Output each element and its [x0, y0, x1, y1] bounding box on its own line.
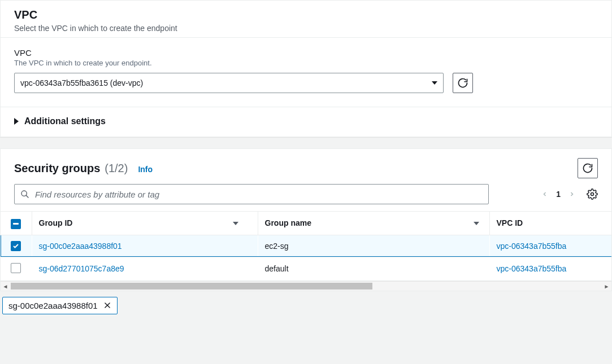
remove-tag-button[interactable] — [103, 301, 111, 309]
search-icon — [20, 190, 29, 199]
sort-icon — [242, 222, 248, 225]
refresh-security-groups-button[interactable] — [578, 158, 598, 178]
vpc-id-link[interactable]: vpc-06343a7b55fba — [497, 264, 567, 273]
selected-sg-tag: sg-00c0e2aaa43988f01 — [2, 297, 118, 314]
vpc-select-value: vpc-06343a7b55fba3615 (dev-vpc) — [20, 78, 143, 87]
security-groups-section: Security groups (1/2) Info 1 — [0, 148, 612, 291]
scroll-left-button[interactable]: ◄ — [1, 282, 10, 291]
group-name-text: ec2-sg — [265, 242, 289, 251]
security-groups-search[interactable] — [14, 184, 489, 204]
info-link[interactable]: Info — [138, 165, 153, 174]
sort-icon — [474, 222, 479, 225]
pagination: 1 — [541, 190, 575, 199]
vpc-section-title: VPC — [14, 8, 598, 21]
column-header-vpc-id[interactable]: VPC ID — [489, 212, 611, 235]
column-header-group-id[interactable]: Group ID — [32, 212, 258, 235]
additional-settings-accordion[interactable]: Additional settings — [1, 107, 611, 137]
svg-line-1 — [26, 195, 28, 198]
select-all-header[interactable] — [1, 212, 32, 235]
close-icon — [103, 301, 111, 309]
group-name-text: default — [265, 264, 289, 273]
group-id-link[interactable]: sg-00c0e2aaa43988f01 — [39, 242, 122, 251]
selected-sg-tag-label: sg-00c0e2aaa43988f01 — [8, 301, 98, 310]
vpc-field-description: The VPC in which to create your endpoint… — [14, 59, 598, 67]
table-row[interactable]: sg-00c0e2aaa43988f01 ec2-sg vpc-06343a7b… — [1, 235, 611, 257]
security-groups-title-row: Security groups (1/2) Info — [14, 162, 153, 175]
selected-tags-row: sg-00c0e2aaa43988f01 — [0, 291, 612, 320]
refresh-icon — [583, 163, 593, 173]
security-groups-table-wrap: Group ID Group name VPC ID — [1, 211, 611, 281]
vpc-section: VPC Select the VPC in which to create th… — [0, 0, 612, 137]
security-groups-table: Group ID Group name VPC ID — [1, 211, 611, 281]
scrollbar-thumb[interactable] — [11, 283, 372, 290]
svg-point-2 — [591, 193, 594, 196]
check-icon — [12, 243, 19, 249]
page-prev-button[interactable] — [541, 190, 548, 199]
chevron-left-icon — [541, 190, 548, 199]
refresh-vpc-button[interactable] — [453, 73, 473, 93]
caret-down-icon — [432, 81, 437, 85]
row-checkbox[interactable] — [11, 241, 21, 251]
gear-icon — [587, 188, 598, 200]
security-groups-count: (1/2) — [105, 162, 128, 175]
caret-right-icon — [14, 118, 19, 125]
vpc-section-subtitle: Select the VPC in which to create the en… — [14, 24, 598, 33]
chevron-right-icon — [568, 190, 575, 199]
security-groups-title: Security groups — [14, 162, 100, 175]
row-checkbox[interactable] — [11, 263, 21, 273]
vpc-section-header: VPC Select the VPC in which to create th… — [1, 1, 611, 37]
vpc-id-link[interactable]: vpc-06343a7b55fba — [497, 242, 567, 251]
vpc-select[interactable]: vpc-06343a7b55fba3615 (dev-vpc) — [14, 73, 444, 93]
sort-icon — [233, 222, 238, 225]
additional-settings-label: Additional settings — [24, 116, 106, 126]
scroll-right-button[interactable]: ► — [602, 282, 611, 291]
select-all-checkbox[interactable] — [11, 219, 21, 229]
page-next-button[interactable] — [568, 190, 575, 199]
vpc-field-label: VPC — [14, 48, 598, 58]
security-groups-search-input[interactable] — [35, 190, 483, 199]
column-header-group-name[interactable]: Group name — [258, 212, 489, 235]
vpc-section-body: VPC The VPC in which to create your endp… — [1, 37, 611, 107]
table-settings-button[interactable] — [587, 188, 598, 200]
group-id-link[interactable]: sg-06d27701075c7a8e9 — [39, 264, 124, 273]
horizontal-scrollbar[interactable]: ◄ ► — [1, 281, 611, 291]
table-row[interactable]: sg-06d27701075c7a8e9 default vpc-06343a7… — [1, 257, 611, 280]
page-number: 1 — [556, 190, 561, 199]
refresh-icon — [458, 78, 468, 88]
